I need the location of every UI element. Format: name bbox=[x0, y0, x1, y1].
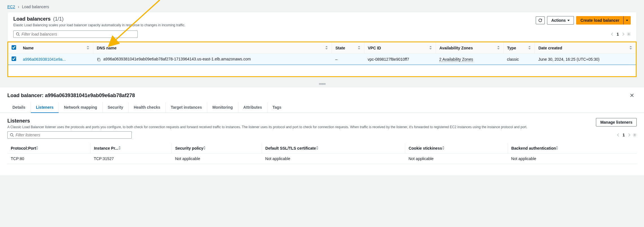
manage-listeners-button[interactable]: Manage listeners bbox=[596, 118, 637, 126]
tab-details[interactable]: Details bbox=[7, 102, 31, 113]
load-balancers-table: Name DNS name State VPC ID Availability … bbox=[8, 42, 636, 65]
listeners-title: Listeners bbox=[7, 118, 596, 124]
col-instance[interactable]: Instance Pr... bbox=[94, 146, 118, 150]
search-icon bbox=[16, 32, 20, 36]
sort-icon[interactable] bbox=[497, 46, 500, 49]
tab-tags[interactable]: Tags bbox=[267, 102, 287, 113]
sort-icon[interactable] bbox=[325, 46, 328, 49]
filter-load-balancers-input-wrap[interactable] bbox=[13, 30, 138, 38]
row-checkbox[interactable] bbox=[12, 56, 16, 61]
cell-sslcert: Not applicable bbox=[262, 154, 405, 164]
detail-title: Load balancer: a996a0639381041e9ab09e6ab… bbox=[7, 93, 627, 99]
cell-backend: Not applicable bbox=[508, 154, 637, 164]
tab-listeners[interactable]: Listeners bbox=[31, 102, 59, 113]
breadcrumb-current: Load balancers bbox=[22, 5, 49, 9]
sort-icon[interactable] bbox=[118, 146, 121, 150]
col-backend[interactable]: Backend authentication bbox=[511, 146, 556, 150]
sort-icon[interactable] bbox=[429, 46, 432, 49]
col-created[interactable]: Date created bbox=[538, 46, 562, 50]
detail-title-prefix: Load balancer: bbox=[7, 93, 45, 98]
next-page-button[interactable] bbox=[627, 133, 630, 136]
tab-network-mapping[interactable]: Network mapping bbox=[59, 102, 102, 113]
panel-resize-handle[interactable]: ══ bbox=[0, 80, 644, 88]
col-secpol[interactable]: Security policy bbox=[175, 146, 204, 150]
create-load-balancer-dropdown[interactable] bbox=[623, 16, 631, 25]
gear-icon[interactable] bbox=[633, 133, 637, 137]
sort-icon[interactable] bbox=[36, 146, 39, 150]
select-all-checkbox[interactable] bbox=[12, 45, 16, 50]
close-icon[interactable]: ✕ bbox=[627, 91, 637, 100]
create-button-label: Create load balancer bbox=[580, 18, 619, 23]
sort-icon[interactable] bbox=[556, 146, 559, 150]
table-row[interactable]: a996a0639381041e9a... a996a0639381041e9a… bbox=[8, 54, 636, 65]
create-load-balancer-button[interactable]: Create load balancer bbox=[576, 16, 624, 25]
tab-health-checks[interactable]: Health checks bbox=[129, 102, 166, 113]
col-state[interactable]: State bbox=[335, 46, 345, 50]
sort-icon[interactable] bbox=[442, 146, 445, 150]
cell-secpol: Not applicable bbox=[172, 154, 262, 164]
detail-tabs: Details Listeners Network mapping Securi… bbox=[0, 102, 644, 113]
table-row[interactable]: TCP:80 TCP:31527 Not applicable Not appl… bbox=[7, 154, 637, 164]
breadcrumb: EC2 › Load balancers bbox=[0, 0, 644, 12]
col-az[interactable]: Availability Zones bbox=[439, 46, 473, 50]
svg-point-5 bbox=[634, 134, 635, 136]
listeners-table: Protocol:Port Instance Pr... Security po… bbox=[7, 143, 637, 164]
tab-monitoring[interactable]: Monitoring bbox=[207, 102, 238, 113]
lb-name-link[interactable]: a996a0639381041e9a... bbox=[23, 57, 66, 62]
svg-point-0 bbox=[16, 33, 19, 35]
prev-page-button[interactable] bbox=[617, 133, 620, 136]
col-sslcert[interactable]: Default SSL/TLS certificate bbox=[265, 146, 316, 150]
filter-listeners-input[interactable] bbox=[16, 133, 129, 137]
col-vpc[interactable]: VPC ID bbox=[368, 46, 381, 50]
page-subtitle: Elastic Load Balancing scales your load … bbox=[13, 23, 536, 27]
refresh-button[interactable] bbox=[536, 16, 545, 24]
col-protoport[interactable]: Protocol:Port bbox=[11, 146, 36, 150]
actions-button-label: Actions bbox=[551, 18, 566, 23]
gear-icon[interactable] bbox=[627, 32, 631, 36]
cell-protoport: TCP:80 bbox=[7, 154, 90, 164]
svg-point-1 bbox=[628, 34, 629, 35]
sort-icon[interactable] bbox=[358, 46, 361, 49]
refresh-icon bbox=[538, 18, 542, 22]
col-dns[interactable]: DNS name bbox=[97, 46, 116, 50]
col-type[interactable]: Type bbox=[507, 46, 516, 50]
lb-type-value: classic bbox=[503, 54, 535, 65]
actions-button[interactable]: Actions bbox=[547, 16, 574, 25]
page-title-text: Load balancers bbox=[13, 16, 51, 22]
page-number: 1 bbox=[623, 133, 625, 137]
tab-target-instances[interactable]: Target instances bbox=[166, 102, 207, 113]
sort-icon[interactable] bbox=[203, 146, 206, 150]
sort-icon[interactable] bbox=[528, 46, 531, 49]
sort-icon[interactable] bbox=[316, 146, 319, 150]
load-balancers-panel: Load balancers (1/1) Elastic Load Balanc… bbox=[7, 12, 637, 42]
filter-listeners-input-wrap[interactable] bbox=[7, 131, 132, 139]
pagination: 1 bbox=[611, 32, 631, 36]
lb-vpc-value: vpc-0898127f8e9010ff7 bbox=[364, 54, 436, 65]
chevron-right-icon: › bbox=[18, 5, 19, 9]
cell-instance: TCP:31527 bbox=[90, 154, 172, 164]
lb-az-link[interactable]: 2 Availability Zones bbox=[439, 57, 473, 62]
sort-icon[interactable] bbox=[630, 46, 632, 49]
cell-cookie: Not applicable bbox=[405, 154, 508, 164]
listeners-description: A Classic Load Balancer listener uses th… bbox=[7, 125, 596, 129]
caret-down-icon bbox=[567, 20, 570, 21]
load-balancers-table-highlight: Name DNS name State VPC ID Availability … bbox=[7, 42, 637, 77]
copy-icon[interactable] bbox=[97, 58, 101, 62]
detail-title-name: a996a0639381041e9ab09e6ab78af278 bbox=[45, 93, 135, 98]
search-icon bbox=[10, 133, 14, 137]
caret-down-icon bbox=[626, 20, 628, 21]
prev-page-button[interactable] bbox=[611, 32, 614, 36]
next-page-button[interactable] bbox=[621, 32, 624, 36]
sort-icon[interactable] bbox=[87, 46, 90, 49]
col-cookie[interactable]: Cookie stickiness bbox=[409, 146, 442, 150]
lb-state-value: – bbox=[332, 54, 364, 65]
page-number: 1 bbox=[617, 32, 619, 36]
col-name[interactable]: Name bbox=[23, 46, 34, 50]
tab-security[interactable]: Security bbox=[103, 102, 129, 113]
tab-attributes[interactable]: Attributes bbox=[238, 102, 267, 113]
filter-load-balancers-input[interactable] bbox=[21, 32, 135, 36]
svg-point-4 bbox=[10, 134, 13, 136]
svg-rect-2 bbox=[98, 59, 100, 61]
page-title-count: (1/1) bbox=[53, 16, 64, 22]
breadcrumb-root-link[interactable]: EC2 bbox=[7, 5, 15, 9]
